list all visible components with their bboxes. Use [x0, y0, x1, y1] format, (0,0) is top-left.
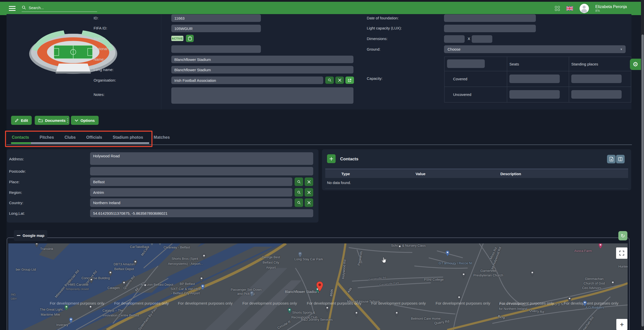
ground-select[interactable]: Choose ▾	[444, 45, 626, 53]
map-pin[interactable]	[89, 277, 93, 284]
hamburger-menu-icon[interactable]	[9, 6, 16, 11]
map-pin[interactable]	[150, 243, 154, 246]
google-map-collapse[interactable]: Google map	[14, 230, 47, 241]
map-pin[interactable]	[397, 244, 402, 250]
map-pin[interactable]: P	[298, 251, 302, 258]
map-pin[interactable]	[199, 276, 204, 282]
foundation-field[interactable]	[444, 14, 536, 22]
region-clear-button[interactable]	[305, 188, 313, 197]
region-search-button[interactable]	[295, 188, 303, 197]
organisation-field[interactable]	[171, 77, 323, 84]
uk-flag-icon[interactable]	[566, 6, 573, 11]
longlat-field[interactable]	[90, 209, 313, 217]
status-history-button[interactable]	[186, 35, 194, 42]
country-field[interactable]	[90, 198, 292, 207]
map-pin[interactable]	[583, 300, 587, 307]
map-canvas[interactable]: Translinkber Group LtdINGORYSinclair RdS…	[8, 243, 628, 330]
scrollbar-thumb[interactable]	[641, 34, 644, 326]
map-pin[interactable]	[201, 284, 205, 290]
dimensions-width-field[interactable]	[444, 35, 465, 43]
notes-field[interactable]	[171, 87, 353, 104]
fifa-id-field[interactable]	[171, 25, 261, 32]
uncovered-seats-field[interactable]	[509, 90, 560, 99]
country-clear-button[interactable]	[305, 198, 313, 207]
region-field[interactable]	[90, 188, 292, 197]
map-pin[interactable]	[567, 296, 572, 303]
organisation-search-button[interactable]	[325, 77, 334, 84]
map-pin[interactable]	[354, 311, 358, 317]
map-pin[interactable]	[457, 295, 461, 301]
add-contact-button[interactable]	[327, 154, 336, 163]
map-pin[interactable]	[143, 283, 147, 289]
tab-clubs[interactable]: Clubs	[59, 135, 81, 140]
place-search-button[interactable]	[295, 177, 303, 186]
tab-contacts[interactable]: Contacts	[7, 135, 34, 140]
capacity-header-field[interactable]	[447, 59, 485, 68]
map-pin[interactable]	[202, 253, 206, 260]
columns-settings-button[interactable]	[616, 155, 625, 163]
map-pin[interactable]	[461, 272, 466, 278]
map-zoom-in-button[interactable]: +	[616, 319, 627, 330]
map-pin[interactable]	[108, 270, 113, 277]
tab-matches[interactable]: Matches	[148, 135, 175, 140]
map-label: Shorts Sports &	[292, 310, 315, 314]
map-label: G D N	[554, 302, 564, 306]
map-pin[interactable]	[89, 305, 93, 311]
close-icon	[307, 201, 311, 204]
uncovered-standing-field[interactable]	[571, 90, 622, 99]
map-pin[interactable]	[158, 243, 162, 246]
map-pin[interactable]	[35, 243, 39, 248]
global-search[interactable]	[22, 5, 97, 12]
name-field[interactable]	[171, 56, 353, 63]
map-refresh-button[interactable]: ↻	[618, 231, 627, 240]
apps-grid-icon[interactable]	[555, 6, 560, 11]
map-pin[interactable]	[445, 250, 450, 256]
export-excel-button[interactable]	[607, 155, 616, 163]
more-actions-icon[interactable]: ⋮	[65, 117, 70, 123]
search-input[interactable]	[28, 5, 92, 10]
country-search-button[interactable]	[295, 198, 303, 207]
map-pin[interactable]	[530, 270, 534, 277]
covered-standing-field[interactable]	[571, 75, 622, 83]
place-clear-button[interactable]	[305, 177, 313, 186]
tab-scrollbar[interactable]	[31, 142, 149, 144]
status-badge: ACTIVE	[171, 36, 183, 41]
tab-officials[interactable]: Officials	[81, 135, 107, 140]
documents-button[interactable]: Documents	[35, 116, 69, 125]
id-field[interactable]	[171, 14, 261, 22]
map-pin[interactable]	[69, 317, 73, 323]
map-fullscreen-button[interactable]	[616, 247, 627, 259]
place-field[interactable]	[90, 177, 292, 186]
long-name-field[interactable]	[171, 66, 353, 74]
map-pin[interactable]: P	[250, 291, 254, 297]
map-pin-stadium[interactable]	[316, 281, 324, 292]
map-pin[interactable]	[287, 308, 292, 314]
tab-pitches[interactable]: Pitches	[34, 135, 59, 140]
top-strip	[0, 0, 644, 2]
capacity-row-uncovered: Uncovered	[453, 92, 471, 97]
map-pin[interactable]	[598, 243, 602, 249]
settings-fab[interactable]: ⚙	[630, 59, 641, 70]
map-pin[interactable]	[122, 280, 126, 287]
map-pin[interactable]	[611, 280, 615, 286]
national-id-field[interactable]	[171, 45, 261, 53]
edit-button[interactable]: Edit	[11, 116, 32, 125]
longlat-label: Long,Lat:	[9, 211, 25, 215]
tab-stadium-photos[interactable]: Stadium photos	[107, 135, 148, 140]
map-pin[interactable]	[133, 260, 137, 266]
user-avatar[interactable]	[580, 4, 589, 13]
dimensions-height-field[interactable]	[472, 35, 492, 43]
map-pin[interactable]	[325, 306, 329, 312]
address-field[interactable]: Holywood Road	[90, 152, 313, 165]
map-pin[interactable]	[64, 305, 69, 311]
organisation-clear-button[interactable]	[335, 77, 344, 84]
user-menu[interactable]: Elizabeta Peronja IFA	[595, 4, 627, 13]
covered-seats-field[interactable]	[509, 75, 560, 83]
options-button[interactable]: Options	[71, 116, 99, 125]
map-pin[interactable]	[394, 311, 399, 317]
light-capacity-field[interactable]	[444, 25, 536, 32]
organisation-open-button[interactable]	[345, 77, 354, 84]
id-label: ID:	[94, 16, 98, 20]
postcode-field[interactable]	[90, 167, 313, 175]
chevron-down-icon: ▾	[620, 47, 622, 51]
